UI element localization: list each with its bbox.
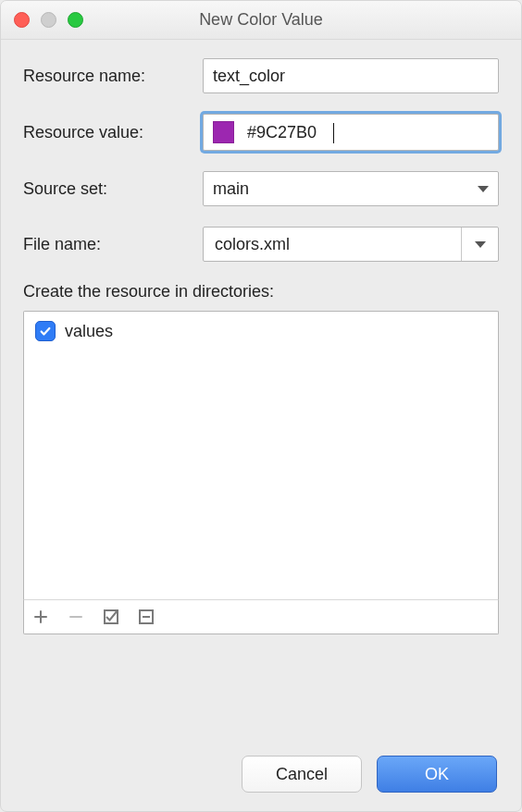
resource-name-label: Resource name: (23, 67, 203, 86)
directories-toolbar (23, 599, 499, 634)
chevron-down-icon (478, 186, 489, 192)
unselect-all-button[interactable] (137, 608, 155, 626)
add-button[interactable] (31, 608, 50, 626)
file-name-combobox: colors.xml (203, 227, 499, 262)
resource-name-field-container (203, 58, 499, 93)
plus-icon (33, 609, 48, 624)
file-name-label: File name: (23, 235, 203, 254)
source-set-label: Source set: (23, 179, 203, 199)
color-swatch[interactable] (213, 121, 234, 143)
file-name-row: File name: colors.xml (23, 227, 499, 262)
cancel-button[interactable]: Cancel (242, 756, 362, 793)
list-item-label: values (65, 322, 113, 341)
resource-value-row: Resource value: (23, 114, 499, 151)
file-name-value: colors.xml (215, 235, 290, 254)
window-controls (14, 12, 83, 28)
resource-name-input[interactable] (213, 59, 489, 92)
source-set-dropdown[interactable]: main (203, 171, 499, 206)
select-all-button[interactable] (102, 608, 120, 626)
check-all-icon (103, 609, 119, 625)
ok-button[interactable]: OK (377, 756, 497, 793)
check-icon (39, 325, 52, 338)
dialog-footer: Cancel OK (242, 756, 497, 793)
source-set-value: main (213, 179, 249, 199)
text-caret (333, 123, 334, 143)
directories-list[interactable]: values (23, 311, 499, 599)
uncheck-all-icon (138, 609, 155, 625)
resource-value-field-container (203, 114, 499, 151)
chevron-down-icon (475, 241, 486, 248)
minus-icon (68, 609, 83, 624)
dialog-body: Resource name: Resource value: Source se… (1, 40, 521, 634)
resource-value-input[interactable] (247, 115, 489, 150)
file-name-input[interactable]: colors.xml (204, 228, 461, 261)
minimize-window-icon (41, 12, 56, 28)
resource-name-row: Resource name: (23, 58, 499, 93)
titlebar: New Color Value (1, 1, 521, 40)
list-item[interactable]: values (35, 319, 487, 343)
file-name-dropdown-button[interactable] (461, 228, 498, 261)
remove-button[interactable] (67, 608, 85, 626)
maximize-window-icon[interactable] (68, 12, 83, 28)
values-checkbox[interactable] (35, 321, 56, 341)
resource-value-label: Resource value: (23, 123, 203, 142)
close-window-icon[interactable] (14, 12, 30, 28)
source-set-row: Source set: main (23, 171, 499, 206)
directories-label: Create the resource in directories: (23, 282, 499, 301)
